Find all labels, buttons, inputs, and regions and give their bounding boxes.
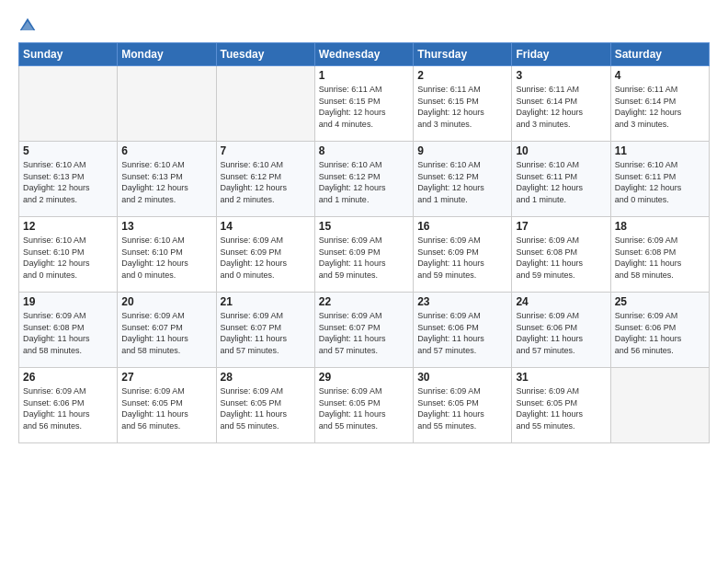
calendar-cell: 9Sunrise: 6:10 AM Sunset: 6:12 PM Daylig… [414, 142, 512, 217]
day-number: 8 [319, 144, 409, 157]
day-info: Sunrise: 6:09 AM Sunset: 6:07 PM Dayligh… [121, 310, 211, 356]
day-number: 19 [23, 295, 113, 308]
day-number: 14 [221, 220, 311, 233]
calendar-cell: 7Sunrise: 6:10 AM Sunset: 6:12 PM Daylig… [216, 142, 314, 217]
calendar-header-sunday: Sunday [19, 43, 118, 66]
calendar-cell: 17Sunrise: 6:09 AM Sunset: 6:08 PM Dayli… [512, 217, 610, 293]
day-info: Sunrise: 6:10 AM Sunset: 6:13 PM Dayligh… [121, 159, 211, 205]
calendar-cell: 28Sunrise: 6:09 AM Sunset: 6:05 PM Dayli… [216, 368, 314, 443]
day-number: 7 [221, 144, 311, 157]
day-info: Sunrise: 6:10 AM Sunset: 6:13 PM Dayligh… [23, 159, 113, 205]
calendar-cell: 18Sunrise: 6:09 AM Sunset: 6:08 PM Dayli… [610, 217, 709, 293]
day-info: Sunrise: 6:09 AM Sunset: 6:09 PM Dayligh… [417, 235, 507, 281]
calendar-cell: 1Sunrise: 6:11 AM Sunset: 6:15 PM Daylig… [314, 66, 413, 142]
day-info: Sunrise: 6:09 AM Sunset: 6:05 PM Dayligh… [516, 385, 606, 431]
calendar-cell: 29Sunrise: 6:09 AM Sunset: 6:05 PM Dayli… [314, 368, 413, 443]
day-number: 1 [319, 69, 409, 82]
day-number: 20 [121, 295, 211, 308]
calendar-cell: 16Sunrise: 6:09 AM Sunset: 6:09 PM Dayli… [414, 217, 512, 293]
calendar-table: SundayMondayTuesdayWednesdayThursdayFrid… [18, 42, 710, 443]
day-number: 29 [319, 371, 409, 384]
day-number: 6 [121, 144, 211, 157]
calendar-header-thursday: Thursday [414, 43, 512, 66]
calendar-cell [118, 66, 216, 142]
calendar-cell: 2Sunrise: 6:11 AM Sunset: 6:15 PM Daylig… [414, 66, 512, 142]
calendar-cell: 10Sunrise: 6:10 AM Sunset: 6:11 PM Dayli… [512, 142, 610, 217]
day-number: 12 [23, 220, 113, 233]
day-info: Sunrise: 6:09 AM Sunset: 6:09 PM Dayligh… [221, 235, 311, 281]
day-number: 22 [319, 295, 409, 308]
day-info: Sunrise: 6:11 AM Sunset: 6:15 PM Dayligh… [319, 84, 409, 130]
day-info: Sunrise: 6:10 AM Sunset: 6:10 PM Dayligh… [23, 235, 113, 281]
day-number: 9 [417, 144, 507, 157]
day-number: 4 [615, 69, 705, 82]
calendar-cell: 12Sunrise: 6:10 AM Sunset: 6:10 PM Dayli… [19, 217, 118, 293]
day-info: Sunrise: 6:10 AM Sunset: 6:12 PM Dayligh… [221, 159, 311, 205]
day-number: 24 [516, 295, 606, 308]
day-info: Sunrise: 6:10 AM Sunset: 6:12 PM Dayligh… [417, 159, 507, 205]
day-number: 5 [23, 144, 113, 157]
calendar-cell: 19Sunrise: 6:09 AM Sunset: 6:08 PM Dayli… [19, 293, 118, 368]
calendar-cell: 15Sunrise: 6:09 AM Sunset: 6:09 PM Dayli… [314, 217, 413, 293]
calendar-week-1: 1Sunrise: 6:11 AM Sunset: 6:15 PM Daylig… [19, 66, 710, 142]
day-info: Sunrise: 6:09 AM Sunset: 6:06 PM Dayligh… [417, 310, 507, 356]
day-number: 3 [516, 69, 606, 82]
calendar-cell: 23Sunrise: 6:09 AM Sunset: 6:06 PM Dayli… [414, 293, 512, 368]
day-number: 28 [221, 371, 311, 384]
day-number: 25 [615, 295, 705, 308]
day-info: Sunrise: 6:11 AM Sunset: 6:15 PM Dayligh… [417, 84, 507, 130]
day-info: Sunrise: 6:09 AM Sunset: 6:08 PM Dayligh… [516, 235, 606, 281]
day-info: Sunrise: 6:09 AM Sunset: 6:05 PM Dayligh… [221, 385, 311, 431]
calendar-week-3: 12Sunrise: 6:10 AM Sunset: 6:10 PM Dayli… [19, 217, 710, 293]
calendar-cell: 27Sunrise: 6:09 AM Sunset: 6:05 PM Dayli… [118, 368, 216, 443]
day-number: 10 [516, 144, 606, 157]
day-info: Sunrise: 6:10 AM Sunset: 6:11 PM Dayligh… [516, 159, 606, 205]
day-info: Sunrise: 6:09 AM Sunset: 6:07 PM Dayligh… [319, 310, 409, 356]
day-info: Sunrise: 6:09 AM Sunset: 6:06 PM Dayligh… [23, 385, 113, 431]
day-number: 2 [417, 69, 507, 82]
day-info: Sunrise: 6:09 AM Sunset: 6:08 PM Dayligh… [615, 235, 705, 281]
calendar-cell: 11Sunrise: 6:10 AM Sunset: 6:11 PM Dayli… [610, 142, 709, 217]
calendar-cell: 24Sunrise: 6:09 AM Sunset: 6:06 PM Dayli… [512, 293, 610, 368]
calendar-cell: 13Sunrise: 6:10 AM Sunset: 6:10 PM Dayli… [118, 217, 216, 293]
day-info: Sunrise: 6:10 AM Sunset: 6:12 PM Dayligh… [319, 159, 409, 205]
day-info: Sunrise: 6:11 AM Sunset: 6:14 PM Dayligh… [615, 84, 705, 130]
logo-icon [18, 17, 37, 35]
calendar-cell [610, 368, 709, 443]
calendar-cell: 14Sunrise: 6:09 AM Sunset: 6:09 PM Dayli… [216, 217, 314, 293]
day-info: Sunrise: 6:09 AM Sunset: 6:06 PM Dayligh… [615, 310, 705, 356]
day-number: 11 [615, 144, 705, 157]
logo [18, 15, 39, 35]
calendar-cell: 25Sunrise: 6:09 AM Sunset: 6:06 PM Dayli… [610, 293, 709, 368]
calendar-cell: 31Sunrise: 6:09 AM Sunset: 6:05 PM Dayli… [512, 368, 610, 443]
page: SundayMondayTuesdayWednesdayThursdayFrid… [0, 0, 728, 563]
calendar-header-saturday: Saturday [610, 43, 709, 66]
day-info: Sunrise: 6:11 AM Sunset: 6:14 PM Dayligh… [516, 84, 606, 130]
day-info: Sunrise: 6:09 AM Sunset: 6:06 PM Dayligh… [516, 310, 606, 356]
day-info: Sunrise: 6:09 AM Sunset: 6:05 PM Dayligh… [319, 385, 409, 431]
calendar-cell: 22Sunrise: 6:09 AM Sunset: 6:07 PM Dayli… [314, 293, 413, 368]
day-info: Sunrise: 6:09 AM Sunset: 6:08 PM Dayligh… [23, 310, 113, 356]
day-number: 13 [121, 220, 211, 233]
day-info: Sunrise: 6:10 AM Sunset: 6:10 PM Dayligh… [121, 235, 211, 281]
day-number: 23 [417, 295, 507, 308]
calendar-week-5: 26Sunrise: 6:09 AM Sunset: 6:06 PM Dayli… [19, 368, 710, 443]
day-number: 30 [417, 371, 507, 384]
day-number: 17 [516, 220, 606, 233]
header [18, 15, 710, 35]
calendar-cell: 5Sunrise: 6:10 AM Sunset: 6:13 PM Daylig… [19, 142, 118, 217]
day-number: 21 [221, 295, 311, 308]
calendar-cell: 30Sunrise: 6:09 AM Sunset: 6:05 PM Dayli… [414, 368, 512, 443]
calendar-header-row: SundayMondayTuesdayWednesdayThursdayFrid… [19, 43, 710, 66]
day-number: 16 [417, 220, 507, 233]
day-info: Sunrise: 6:09 AM Sunset: 6:07 PM Dayligh… [221, 310, 311, 356]
day-number: 18 [615, 220, 705, 233]
calendar-cell: 21Sunrise: 6:09 AM Sunset: 6:07 PM Dayli… [216, 293, 314, 368]
calendar-week-4: 19Sunrise: 6:09 AM Sunset: 6:08 PM Dayli… [19, 293, 710, 368]
calendar-header-monday: Monday [118, 43, 216, 66]
day-info: Sunrise: 6:10 AM Sunset: 6:11 PM Dayligh… [615, 159, 705, 205]
calendar-cell: 26Sunrise: 6:09 AM Sunset: 6:06 PM Dayli… [19, 368, 118, 443]
day-info: Sunrise: 6:09 AM Sunset: 6:09 PM Dayligh… [319, 235, 409, 281]
calendar-header-tuesday: Tuesday [216, 43, 314, 66]
calendar-cell [216, 66, 314, 142]
